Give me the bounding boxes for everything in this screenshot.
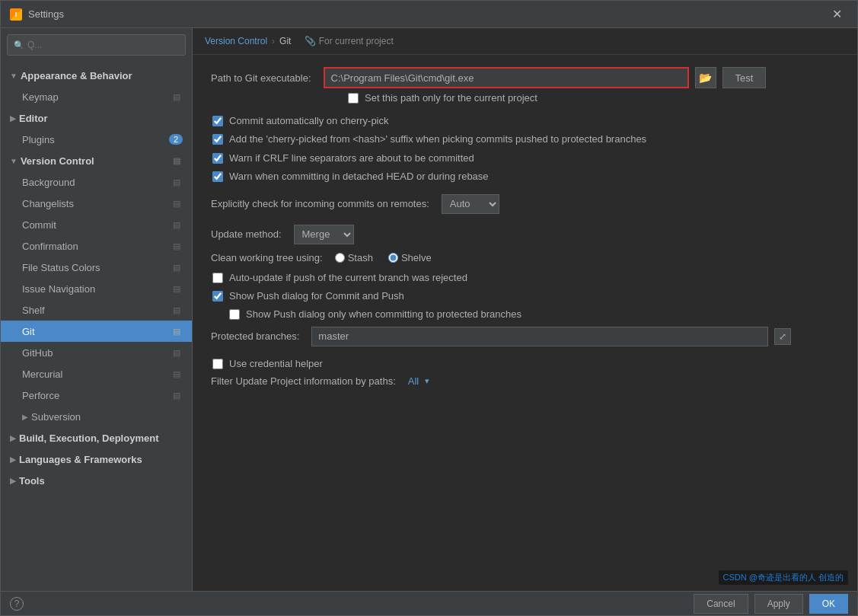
shelve-label: Shelve — [401, 252, 432, 263]
stash-label: Stash — [348, 252, 373, 263]
folder-browse-button[interactable]: 📂 — [695, 67, 716, 88]
incoming-select[interactable]: Auto Always Never — [442, 194, 499, 214]
update-method-select[interactable]: Merge Rebase — [294, 225, 354, 244]
sidebar-item-git[interactable]: Git ▤ — [1, 321, 192, 342]
apply-button[interactable]: Apply — [754, 594, 803, 614]
search-box[interactable]: 🔍 — [7, 34, 186, 56]
cherry-pick-checkbox[interactable] — [212, 116, 223, 126]
sidebar-item-changelists[interactable]: Changelists ▤ — [1, 193, 192, 214]
search-input[interactable] — [27, 40, 179, 50]
test-button[interactable]: Test — [722, 67, 767, 88]
show-push-checkbox[interactable] — [212, 291, 223, 302]
current-project-checkbox[interactable] — [348, 93, 359, 104]
breadcrumb: Version Control › Git 📎 For current proj… — [193, 28, 857, 55]
protected-push-label: Show Push dialog only when committing to… — [246, 308, 521, 321]
ok-button[interactable]: OK — [809, 594, 848, 614]
sidebar-item-background[interactable]: Background ▤ — [1, 171, 192, 193]
vc-icon: ▤ — [171, 155, 183, 167]
watermark: CSDN @奇迹是出看的人 创造的 — [719, 570, 848, 585]
settings-window: I Settings ✕ 🔍 ▼ Appearance & Behavior K… — [0, 0, 858, 616]
protected-input[interactable] — [311, 327, 768, 346]
auto-update-label: Auto-update if push of the current branc… — [229, 271, 467, 285]
sidebar-item-commit[interactable]: Commit ▤ — [1, 214, 192, 235]
sidebar-item-build[interactable]: ▶ Build, Execution, Deployment — [1, 427, 192, 448]
crlf-checkbox[interactable] — [212, 153, 223, 164]
sidebar-item-github[interactable]: GitHub ▤ — [1, 342, 192, 363]
expand-arrow-appearance: ▼ — [10, 72, 18, 80]
sidebar-item-editor[interactable]: ▶ Editor — [1, 107, 192, 129]
sidebar-item-label: GitHub — [22, 347, 53, 359]
sidebar-item-issue-navigation[interactable]: Issue Navigation ▤ — [1, 278, 192, 299]
mercurial-icon: ▤ — [171, 368, 183, 380]
git-icon: ▤ — [171, 325, 183, 337]
clean-tree-row: Clean working tree using: Stash Shelve — [211, 252, 839, 263]
breadcrumb-separator: › — [272, 36, 275, 46]
protected-branches-row: Protected branches: ⤢ — [211, 327, 839, 346]
close-button[interactable]: ✕ — [826, 4, 848, 24]
perforce-icon: ▤ — [171, 389, 183, 401]
sidebar-item-label: Keymap — [22, 91, 59, 103]
detached-row: Warn when committing in detached HEAD or… — [211, 170, 839, 184]
cancel-button[interactable]: Cancel — [694, 594, 748, 614]
sidebar-item-appearance[interactable]: ▼ Appearance & Behavior — [1, 65, 192, 86]
expand-protected-button[interactable]: ⤢ — [774, 328, 791, 345]
sidebar-item-label: Changelists — [22, 198, 74, 209]
crlf-row: Warn if CRLF line separators are about t… — [211, 152, 839, 165]
help-button[interactable]: ? — [10, 597, 24, 611]
clean-tree-label: Clean working tree using: — [211, 252, 323, 263]
sidebar-item-label: Version Control — [21, 155, 94, 167]
auto-update-checkbox[interactable] — [212, 273, 223, 283]
cl-icon: ▤ — [171, 197, 183, 209]
detached-label: Warn when committing in detached HEAD or… — [229, 170, 489, 184]
stash-radio-row: Stash — [335, 252, 373, 263]
suffix-label: Add the 'cherry-picked from <hash>' suff… — [229, 132, 646, 146]
protected-label: Protected branches: — [211, 330, 299, 342]
sidebar-item-label: Issue Navigation — [22, 283, 95, 295]
filter-label: Filter Update Project information by pat… — [211, 375, 396, 387]
sidebar-item-keymap[interactable]: Keymap ▤ — [1, 86, 192, 107]
sidebar: 🔍 ▼ Appearance & Behavior Keymap ▤ ▶ Edi… — [1, 28, 193, 591]
sidebar-item-confirmation[interactable]: Confirmation ▤ — [1, 235, 192, 257]
breadcrumb-git: Git — [279, 36, 291, 46]
sidebar-item-plugins[interactable]: Plugins 2 — [1, 129, 192, 150]
filter-dropdown-icon: ▾ — [425, 376, 429, 386]
credential-checkbox[interactable] — [212, 359, 223, 369]
expand-arrow-build: ▶ — [10, 434, 16, 442]
sidebar-item-label: Background — [22, 177, 75, 188]
suffix-checkbox[interactable] — [212, 134, 223, 145]
conf-icon: ▤ — [171, 240, 183, 252]
stash-radio[interactable] — [335, 253, 345, 263]
protected-push-checkbox[interactable] — [229, 309, 240, 320]
content-area: Version Control › Git 📎 For current proj… — [193, 28, 857, 591]
filter-value[interactable]: All — [408, 375, 419, 387]
sidebar-item-perforce[interactable]: Perforce ▤ — [1, 385, 192, 406]
sidebar-item-label: Appearance & Behavior — [21, 70, 132, 81]
plugins-badge: 2 — [169, 134, 183, 145]
sidebar-item-shelf[interactable]: Shelf ▤ — [1, 299, 192, 321]
sidebar-item-file-status-colors[interactable]: File Status Colors ▤ — [1, 257, 192, 278]
shelve-radio-row: Shelve — [388, 252, 432, 263]
breadcrumb-version-control[interactable]: Version Control — [205, 36, 267, 46]
path-input[interactable] — [324, 67, 689, 88]
sidebar-item-label: Perforce — [22, 390, 59, 401]
in-icon: ▤ — [171, 282, 183, 295]
credential-label: Use credential helper — [229, 357, 323, 371]
expand-arrow-tools: ▶ — [10, 477, 16, 485]
sidebar-item-version-control[interactable]: ▼ Version Control ▤ — [1, 150, 192, 171]
page-icon: ▤ — [171, 91, 183, 103]
show-push-row: Show Push dialog for Commit and Push — [211, 289, 839, 303]
sidebar-item-languages[interactable]: ▶ Languages & Frameworks — [1, 448, 192, 470]
sidebar-item-mercurial[interactable]: Mercurial ▤ — [1, 363, 192, 385]
update-method-label: Update method: — [211, 228, 282, 240]
bottom-buttons: Cancel Apply OK — [694, 594, 848, 614]
current-project-label: Set this path only for the current proje… — [365, 91, 537, 105]
shelve-radio[interactable] — [388, 253, 398, 263]
sidebar-item-subversion[interactable]: ▶ Subversion — [1, 406, 192, 427]
auto-update-row: Auto-update if push of the current branc… — [211, 271, 839, 285]
expand-arrow-lang: ▶ — [10, 455, 16, 464]
detached-checkbox[interactable] — [212, 171, 223, 182]
sidebar-item-tools[interactable]: ▶ Tools — [1, 470, 192, 491]
expand-arrow-vc: ▼ — [10, 157, 18, 165]
path-label: Path to Git executable: — [211, 72, 311, 84]
sidebar-item-label: File Status Colors — [22, 262, 100, 273]
